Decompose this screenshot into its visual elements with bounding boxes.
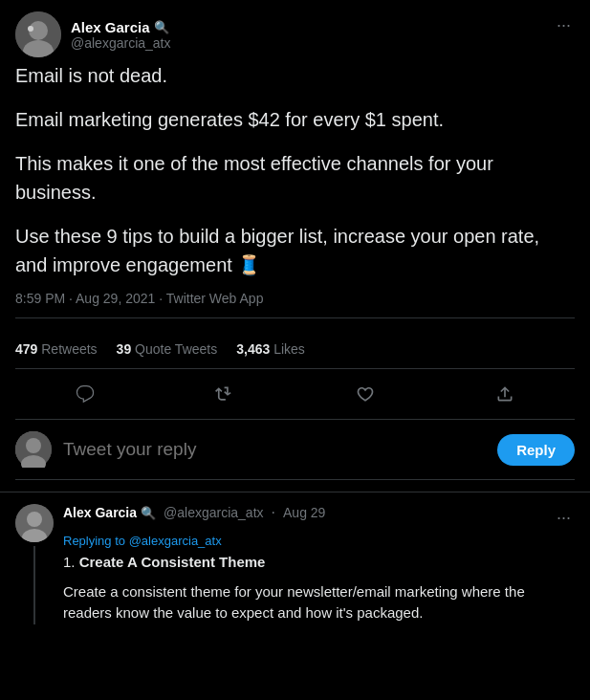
- tweet-header-left: Alex Garcia 🔍 @alexgarcia_atx: [15, 11, 171, 57]
- user-info: Alex Garcia 🔍 @alexgarcia_atx: [71, 19, 171, 51]
- display-name[interactable]: Alex Garcia 🔍: [71, 19, 171, 35]
- reply-icon: [76, 384, 95, 404]
- thread-line: [33, 546, 35, 624]
- share-action-button[interactable]: [488, 377, 522, 411]
- reply-display-name[interactable]: Alex Garcia 🔍: [63, 505, 156, 520]
- retweet-action-button[interactable]: [208, 377, 242, 411]
- reply-tweet-header: Alex Garcia 🔍 @alexgarcia_atx · Aug 29 ·…: [63, 504, 575, 532]
- username[interactable]: @alexgarcia_atx: [71, 35, 171, 51]
- retweets-stat[interactable]: 479 Retweets: [15, 341, 98, 357]
- content-line-2: Email marketing generates $42 for every …: [15, 105, 575, 134]
- quote-tweets-stat[interactable]: 39 Quote Tweets: [117, 341, 218, 357]
- reply-date: Aug 29: [283, 505, 325, 520]
- tweet-actions: [15, 369, 575, 420]
- retweet-icon: [215, 384, 234, 404]
- tip-title: Create A Consistent Theme: [79, 554, 266, 570]
- reply-tweet-avatar[interactable]: [15, 504, 54, 542]
- content-line-3: This makes it one of the most effective …: [15, 149, 575, 207]
- content-line-4: Use these 9 tips to build a bigger list,…: [15, 222, 575, 279]
- reply-username[interactable]: @alexgarcia_atx: [164, 505, 264, 520]
- reply-body: Alex Garcia 🔍 @alexgarcia_atx · Aug 29 ·…: [63, 504, 575, 624]
- reply-action-button[interactable]: [68, 377, 102, 411]
- tweet-content: Email is not dead. Email marketing gener…: [15, 61, 575, 279]
- verified-icon: 🔍: [154, 20, 169, 34]
- reply-tweet-inner: Alex Garcia 🔍 @alexgarcia_atx · Aug 29 ·…: [15, 504, 575, 624]
- svg-point-8: [27, 512, 42, 527]
- content-line-1: Email is not dead.: [15, 61, 575, 90]
- share-icon: [495, 384, 514, 404]
- reply-input[interactable]: [63, 431, 486, 468]
- reply-tweet-header-left: Alex Garcia 🔍 @alexgarcia_atx · Aug 29: [63, 504, 325, 521]
- reply-avatar-col: [15, 504, 54, 624]
- svg-point-3: [28, 26, 33, 32]
- likes-stat[interactable]: 3,463 Likes: [236, 341, 305, 357]
- avatar[interactable]: [15, 11, 61, 57]
- like-icon: [356, 384, 375, 404]
- replying-to: Replying to @alexgarcia_atx: [63, 534, 575, 548]
- reply-verified-icon: 🔍: [141, 506, 156, 520]
- tip-heading: 1. Create A Consistent Theme: [63, 552, 575, 574]
- reply-avatar: [15, 431, 52, 468]
- name-text: Alex Garcia: [71, 19, 150, 35]
- more-options-button[interactable]: ···: [553, 11, 575, 39]
- dot-separator: ·: [272, 504, 275, 521]
- tweet-header: Alex Garcia 🔍 @alexgarcia_atx ···: [15, 11, 575, 57]
- replying-to-user[interactable]: @alexgarcia_atx: [129, 534, 222, 548]
- like-action-button[interactable]: [348, 377, 382, 411]
- main-tweet: Alex Garcia 🔍 @alexgarcia_atx ··· Email …: [0, 0, 590, 492]
- reply-box: Reply: [15, 420, 575, 480]
- tweet-stats: 479 Retweets 39 Quote Tweets 3,463 Likes: [15, 330, 575, 369]
- svg-point-5: [26, 438, 41, 453]
- reply-more-options-button[interactable]: ···: [553, 504, 575, 532]
- reply-button[interactable]: Reply: [497, 434, 575, 466]
- tweet-meta: 8:59 PM · Aug 29, 2021 · Twitter Web App: [15, 291, 575, 318]
- reply-tweet: Alex Garcia 🔍 @alexgarcia_atx · Aug 29 ·…: [0, 492, 590, 636]
- reply-tweet-content: 1. Create A Consistent Theme Create a co…: [63, 552, 575, 624]
- tip-content: Create a consistent theme for your newsl…: [63, 581, 575, 624]
